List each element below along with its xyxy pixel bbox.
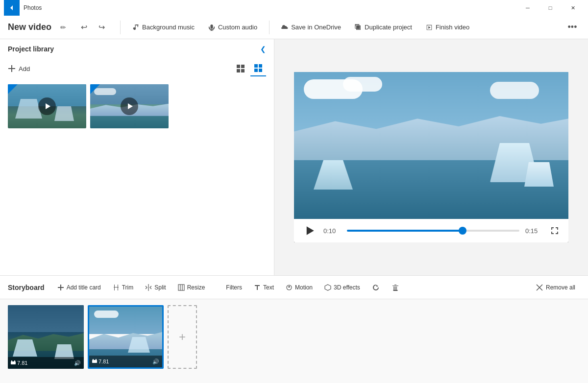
delete-button[interactable]	[387, 280, 404, 295]
selected-corner-2	[90, 84, 100, 94]
add-clip-button[interactable]: +	[168, 305, 197, 369]
panel-toolbar: Add	[0, 59, 274, 80]
main-toolbar: New video ✏ ↩ ↪ Background music Custom …	[0, 16, 588, 39]
film-icon-2	[92, 359, 97, 364]
play-overlay-1[interactable]	[38, 97, 56, 115]
edit-title-icon[interactable]: ✏	[57, 22, 69, 33]
selected-corner	[8, 84, 18, 94]
svg-rect-8	[254, 69, 258, 72]
undo-redo-group: ↩ ↪	[77, 21, 108, 34]
add-title-card-button[interactable]: Add title card	[52, 280, 106, 295]
project-title: New video	[8, 22, 51, 32]
resize-label: Resize	[187, 284, 205, 291]
grid-view-button[interactable]	[233, 61, 248, 76]
split-button[interactable]: Split	[140, 280, 171, 295]
save-onedrive-button[interactable]: Save in OneDrive	[275, 19, 347, 36]
audio-icon	[208, 24, 215, 31]
storyboard-clip-2[interactable]: 7.81 🔊	[88, 305, 164, 369]
main-content: Project library ❮ Add	[0, 39, 588, 275]
duplicate-button[interactable]: Duplicate project	[349, 19, 418, 36]
clip-2-cloud	[94, 311, 119, 318]
redo-button[interactable]: ↪	[95, 21, 108, 34]
clip-2-glacier	[89, 332, 162, 350]
undo-button[interactable]: ↩	[77, 21, 91, 34]
progress-bar[interactable]	[347, 230, 519, 232]
finish-video-label: Finish video	[436, 24, 469, 31]
background-music-label: Background music	[142, 24, 195, 31]
fullscreen-button[interactable]	[549, 225, 561, 237]
filters-button[interactable]: Filters	[212, 280, 247, 295]
resize-icon	[178, 284, 185, 291]
rotation-icon	[372, 284, 380, 291]
storyboard-panel: Storyboard Add title card Trim Split Res…	[0, 275, 588, 383]
toolbar-divider	[120, 21, 121, 34]
custom-audio-button[interactable]: Custom audio	[202, 19, 263, 36]
end-time: 0:15	[525, 227, 543, 235]
storyboard-toolbar: Storyboard Add title card Trim Split Res…	[0, 276, 588, 299]
custom-audio-label: Custom audio	[218, 24, 257, 31]
svg-marker-11	[128, 103, 133, 109]
clip-2-footer: 7.81 🔊	[89, 356, 162, 367]
clip-2-audio-icon: 🔊	[152, 359, 159, 365]
filters-icon	[217, 284, 223, 291]
play-icon	[305, 226, 315, 236]
add-media-button[interactable]: Add	[8, 65, 30, 72]
plus-icon	[8, 65, 16, 72]
svg-rect-20	[96, 359, 97, 360]
list-icon	[254, 64, 263, 72]
duplicate-icon	[355, 24, 362, 31]
motion-icon	[286, 284, 293, 291]
text-icon	[254, 284, 261, 291]
trim-icon	[113, 284, 120, 291]
media-grid	[0, 80, 274, 132]
rotation-button[interactable]	[367, 280, 385, 295]
add-label: Add	[19, 65, 30, 72]
toolbar-actions: Background music Custom audio Save in On…	[126, 19, 563, 36]
clip-1-audio-icon: 🔊	[74, 360, 81, 366]
add-title-card-label: Add title card	[67, 284, 101, 291]
grid-icon	[236, 64, 245, 73]
svg-rect-5	[241, 69, 245, 72]
remove-all-button[interactable]: Remove all	[531, 280, 580, 295]
trim-label: Trim	[122, 284, 134, 291]
media-thumbnail-2[interactable]	[90, 84, 169, 128]
remove-all-label: Remove all	[546, 284, 575, 291]
svg-rect-19	[93, 359, 94, 360]
back-button[interactable]	[4, 0, 20, 16]
music-icon	[132, 24, 139, 31]
minimize-button[interactable]: ─	[516, 0, 539, 16]
svg-rect-16	[11, 360, 12, 361]
collapse-panel-button[interactable]: ❮	[260, 45, 266, 53]
svg-rect-13	[178, 285, 184, 290]
clip-1-sky	[8, 305, 84, 332]
list-view-button[interactable]	[250, 61, 266, 76]
progress-thumb[interactable]	[459, 227, 466, 235]
finish-video-icon	[426, 24, 433, 31]
maximize-button[interactable]: □	[539, 0, 562, 16]
toolbar-divider2	[269, 21, 270, 34]
text-button[interactable]: Text	[249, 280, 279, 295]
media-thumbnail-1[interactable]	[8, 84, 86, 128]
svg-rect-2	[237, 65, 240, 68]
close-button[interactable]: ✕	[562, 0, 584, 16]
play-overlay-2[interactable]	[121, 97, 138, 115]
motion-label: Motion	[295, 284, 313, 291]
resize-button[interactable]: Resize	[173, 280, 210, 295]
video-container: 0:10 0:15	[294, 72, 568, 242]
app-name: Photos	[24, 4, 513, 11]
motion-button[interactable]: Motion	[281, 280, 318, 295]
remove-all-icon	[536, 284, 543, 291]
window-controls: ─ □ ✕	[516, 0, 584, 16]
storyboard-clip-1[interactable]: 7.81 🔊	[8, 305, 84, 369]
finish-video-button[interactable]: Finish video	[420, 19, 475, 36]
svg-rect-7	[259, 64, 262, 68]
cloud3	[490, 82, 539, 99]
video-preview	[294, 72, 568, 219]
more-options-button[interactable]: •••	[564, 20, 580, 35]
3d-effects-label: 3D effects	[334, 284, 360, 291]
trim-button[interactable]: Trim	[108, 280, 139, 295]
svg-rect-18	[92, 360, 97, 363]
3d-effects-button[interactable]: 3D effects	[319, 280, 365, 295]
background-music-button[interactable]: Background music	[126, 19, 200, 36]
play-button[interactable]	[302, 223, 318, 239]
